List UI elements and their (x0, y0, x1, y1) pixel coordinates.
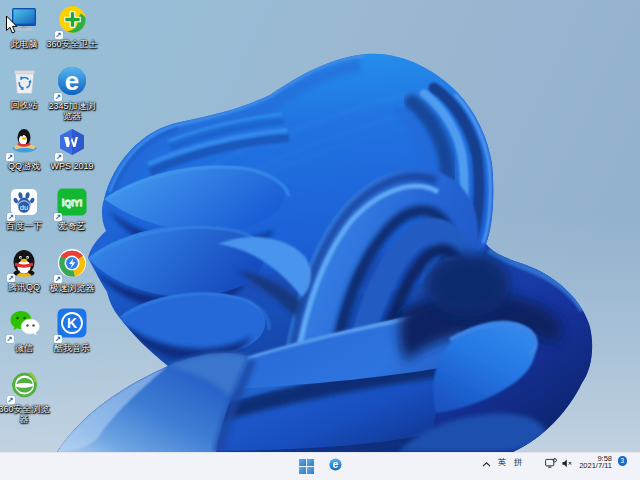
svg-text:K: K (67, 315, 77, 331)
svg-text:du: du (20, 203, 28, 212)
svg-text:iQIYI: iQIYI (62, 198, 83, 208)
svg-text:e: e (333, 459, 339, 470)
svg-text:e: e (65, 66, 79, 96)
